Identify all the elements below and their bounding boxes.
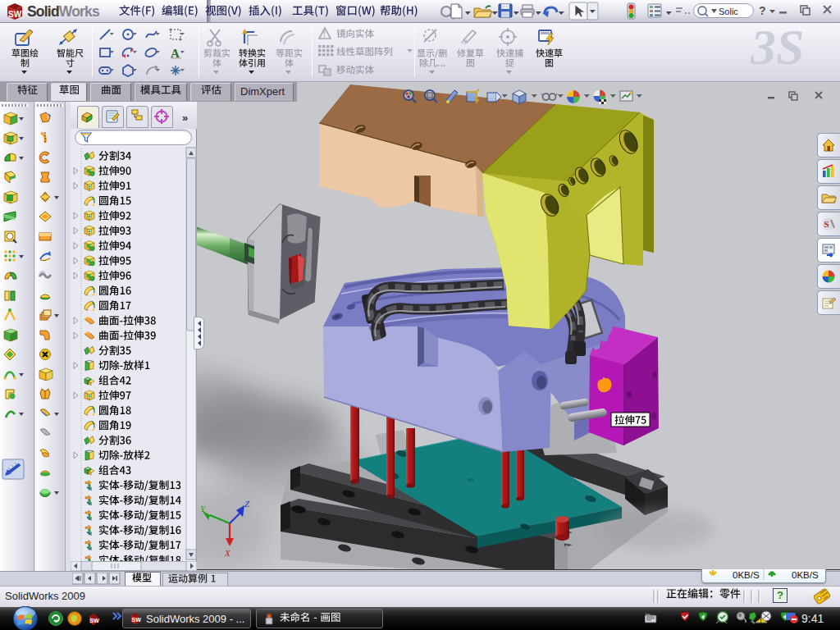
svg-text:S: S [824, 219, 829, 229]
svg-text:X: X [224, 548, 231, 558]
svg-text:SW: SW [90, 618, 100, 623]
svg-text:!: ! [323, 30, 326, 39]
svg-text:Z: Z [244, 499, 250, 509]
svg-text:!: ! [760, 618, 762, 623]
svg-text:0KB/S: 0KB/S [733, 570, 760, 580]
svg-text:SW: SW [132, 617, 142, 623]
svg-text:0KB/S: 0KB/S [792, 570, 819, 580]
svg-text:key: key [646, 613, 651, 616]
svg-text:+/: +/ [460, 39, 467, 47]
svg-text:Solic: Solic [719, 7, 738, 16]
